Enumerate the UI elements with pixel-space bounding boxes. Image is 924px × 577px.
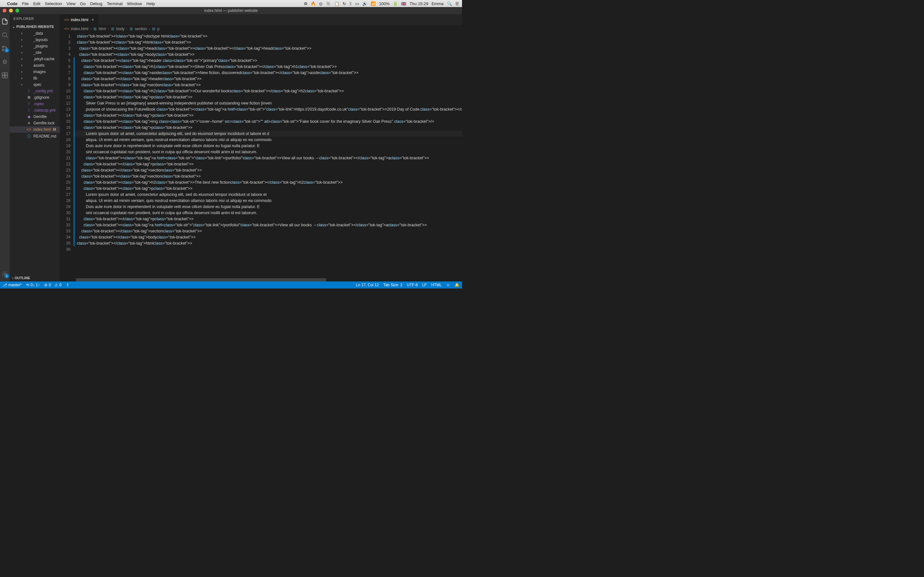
tab-label: index.html xyxy=(71,18,89,22)
wifi-icon[interactable]: 📶 xyxy=(371,1,376,6)
svg-rect-6 xyxy=(5,73,7,75)
tab-index-html[interactable]: <> index.html × xyxy=(60,14,99,25)
tab-close-icon[interactable]: × xyxy=(91,18,94,22)
project-header[interactable]: ⌄ PUBLISHER-WEBSITE xyxy=(10,23,60,30)
menu-selection[interactable]: Selection xyxy=(45,1,62,6)
settings-badge: 1 xyxy=(5,274,9,278)
outline-header[interactable]: › OUTLINE xyxy=(10,275,60,282)
status-tabsize[interactable]: Tab Size: 2 xyxy=(383,283,402,287)
window-maximize-button[interactable] xyxy=(15,9,19,13)
status-tray-icon[interactable]: 📋 xyxy=(334,1,339,6)
tag-icon: ⊞ xyxy=(111,27,114,31)
tree-item--plugins[interactable]: ›_plugins xyxy=(10,43,60,49)
git-branch-icon: ⎇ xyxy=(3,283,7,287)
bluetooth-icon[interactable]: ᛒ xyxy=(349,1,352,6)
status-encoding[interactable]: UTF-8 xyxy=(407,283,418,287)
crumb-p[interactable]: p xyxy=(157,27,160,31)
activity-extensions[interactable] xyxy=(0,71,10,80)
tag-icon: ⊞ xyxy=(152,27,155,31)
file-label: _config.yml xyxy=(33,89,57,93)
status-sync[interactable]: ⟲ 0↓ 1↑ xyxy=(26,283,40,287)
activity-source-control[interactable]: 1 xyxy=(0,44,10,53)
status-tray-icon[interactable]: 🐘 xyxy=(326,1,331,6)
tag-icon: ⊞ xyxy=(129,27,133,31)
breadcrumb[interactable]: <> index.html › ⊞ html › ⊞ body › ⊞ sect… xyxy=(60,25,462,32)
scm-badge: 1 xyxy=(5,48,9,53)
crumb-file[interactable]: index.html xyxy=(71,27,89,31)
tree-item-assets[interactable]: ›assets xyxy=(10,62,60,69)
menu-debug[interactable]: Debug xyxy=(90,1,102,6)
battery-icon[interactable]: 🔋 xyxy=(393,1,398,6)
status-branch[interactable]: ⎇ master* xyxy=(3,283,21,287)
spotlight-icon[interactable]: 🔍 xyxy=(447,1,452,6)
file-label: _plugins xyxy=(33,44,57,48)
tree-item--layouts[interactable]: ›_layouts xyxy=(10,37,60,43)
code-editor[interactable]: 1234567891011121314151617181920212223242… xyxy=(60,32,462,282)
tree-item--rubocop-yml[interactable]: !.rubocop.yml xyxy=(10,107,60,113)
display-icon[interactable]: ▭ xyxy=(355,1,359,6)
svg-rect-8 xyxy=(5,76,7,78)
warning-icon: ⚠ xyxy=(55,283,58,287)
chevron-down-icon: ⌄ xyxy=(12,25,15,29)
file-label: README.md xyxy=(33,134,57,139)
tree-item-images[interactable]: ›images xyxy=(10,69,60,75)
menu-go[interactable]: Go xyxy=(80,1,86,6)
window-titlebar: index.html — publisher-website xyxy=(0,7,462,14)
status-cursor[interactable]: Ln 17, Col 12 xyxy=(356,283,379,287)
tree-item-readme-md[interactable]: ⓘREADME.md xyxy=(10,133,60,140)
status-language[interactable]: HTML xyxy=(431,283,442,287)
app-menu[interactable]: Code xyxy=(7,1,18,6)
crumb-section[interactable]: section xyxy=(135,27,147,31)
activity-settings[interactable]: 1 xyxy=(0,269,10,279)
tree-item-index-html[interactable]: <>index.htmlM xyxy=(10,126,60,133)
editor-tabs: <> index.html × ⇄ ◫ ⋯ xyxy=(60,14,462,25)
svg-point-1 xyxy=(2,46,4,47)
tree-item-gemfile-lock[interactable]: ≡Gemfile.lock xyxy=(10,120,60,126)
feedback-icon[interactable]: ☺ xyxy=(446,283,450,287)
notifications-icon[interactable]: 🔔 xyxy=(455,283,459,287)
crumb-body[interactable]: body xyxy=(116,27,124,31)
activity-search[interactable] xyxy=(0,30,10,40)
battery-percent[interactable]: 100% xyxy=(379,1,389,6)
time-machine-icon[interactable]: ↻ xyxy=(342,1,346,6)
crumb-html[interactable]: html xyxy=(99,27,106,31)
file-label: index.html xyxy=(33,127,51,132)
window-minimize-button[interactable] xyxy=(9,9,13,13)
status-problems[interactable]: ⊘0 ⚠0 xyxy=(44,283,61,287)
tree-item-spec[interactable]: ›spec xyxy=(10,81,60,88)
status-eol[interactable]: LF xyxy=(422,283,427,287)
menu-window[interactable]: Window xyxy=(127,1,142,6)
flag-icon[interactable]: 🇬🇧 xyxy=(401,1,406,6)
tree-item--jekyll-cache[interactable]: ›.jekyll-cache xyxy=(10,56,60,62)
menu-view[interactable]: View xyxy=(66,1,75,6)
line-number-gutter: 1234567891011121314151617181920212223242… xyxy=(60,32,74,282)
tree-item--data[interactable]: ›_data xyxy=(10,30,60,37)
user-name[interactable]: Emma xyxy=(431,1,444,6)
tree-item--config-yml[interactable]: !_config.yml xyxy=(10,88,60,94)
menu-help[interactable]: Help xyxy=(146,1,155,6)
status-tray-icon[interactable]: 🔥 xyxy=(310,1,316,6)
html-file-icon: <> xyxy=(65,18,69,22)
status-live-share[interactable]: ⇪ xyxy=(66,283,69,287)
menu-terminal[interactable]: Terminal xyxy=(107,1,123,6)
tree-item--site[interactable]: ›_site xyxy=(10,49,60,56)
chevron-right-icon: › xyxy=(21,37,24,42)
volume-icon[interactable]: 🔊 xyxy=(362,1,367,6)
activity-debug[interactable] xyxy=(0,57,10,67)
tree-item--rspec[interactable]: !.rspec xyxy=(10,101,60,107)
status-tray-icon[interactable]: ⚙ xyxy=(304,1,308,6)
menu-edit[interactable]: Edit xyxy=(33,1,40,6)
error-count: 0 xyxy=(49,283,51,287)
svg-rect-5 xyxy=(2,73,5,75)
activity-explorer[interactable] xyxy=(0,17,10,26)
code-content[interactable]: class="tok-bracket"><!class="tok-tag">do… xyxy=(74,32,462,282)
window-close-button[interactable] xyxy=(3,9,6,13)
control-center-icon[interactable]: ☰ xyxy=(455,1,459,6)
clock[interactable]: Thu 15:29 xyxy=(409,1,428,6)
horizontal-scrollbar[interactable] xyxy=(76,278,326,282)
status-tray-icon[interactable]: ◎ xyxy=(319,1,323,6)
tree-item-gemfile[interactable]: ◆Gemfile xyxy=(10,113,60,120)
tree-item--gitignore[interactable]: ⚙.gitignore xyxy=(10,94,60,101)
menu-file[interactable]: File xyxy=(22,1,29,6)
tree-item-lib[interactable]: ›lib xyxy=(10,75,60,81)
